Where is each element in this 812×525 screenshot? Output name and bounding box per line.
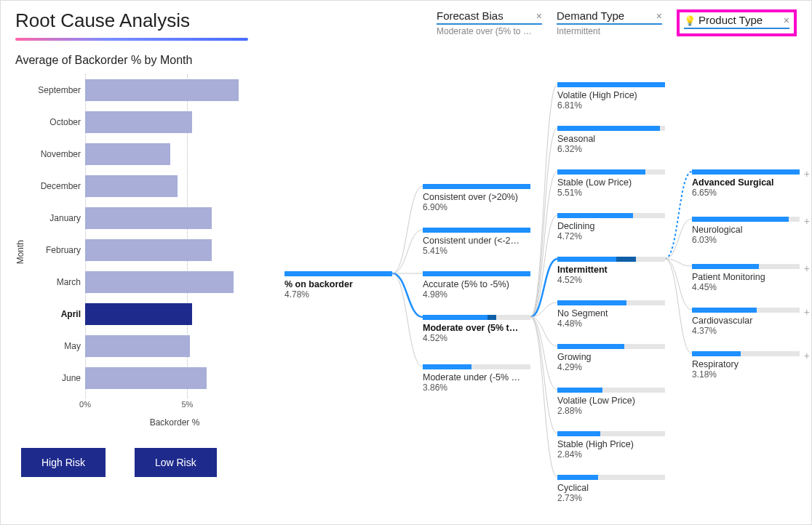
node-value: 6.65% <box>692 188 800 198</box>
tree-node[interactable]: Cyclical2.73% <box>557 475 665 503</box>
bar-label: December <box>28 181 85 191</box>
filter-label: Forecast Bias <box>437 9 503 22</box>
node-label: Seasonal <box>557 134 665 144</box>
tree-node[interactable]: Seasonal6.32% <box>557 126 665 154</box>
tree-node[interactable]: Advanced Surgical6.65%+ <box>692 169 800 198</box>
filter-product-type[interactable]: 💡Product Type × <box>684 14 789 29</box>
node-value: 4.48% <box>557 318 665 329</box>
highlighted-filter: 💡Product Type × <box>677 9 797 36</box>
filter-value: Intermittent <box>557 26 662 36</box>
decomposition-tree[interactable]: Forecast Bias × Moderate over (5% to … D… <box>277 9 797 513</box>
bar-row[interactable]: February <box>28 234 255 266</box>
node-label: Respiratory <box>692 359 800 369</box>
tree-node[interactable]: Accurate (5% to -5%)4.98% <box>423 271 530 300</box>
tree-node[interactable]: Patient Monitoring4.45%+ <box>692 264 800 292</box>
bar-fill <box>85 303 192 325</box>
bar-label: May <box>28 341 85 351</box>
node-label: Moderate over (5% t… <box>423 323 530 333</box>
node-value: 6.81% <box>557 100 665 111</box>
filter-label: Demand Type <box>557 9 624 22</box>
filter-label: Product Type <box>698 14 763 26</box>
node-label: % on backorder <box>284 279 392 289</box>
lightbulb-icon: 💡 <box>684 15 696 26</box>
node-label: Consistent under (<-2… <box>423 236 530 246</box>
tree-node[interactable]: Intermittent4.52% <box>557 257 665 285</box>
node-label: Cyclical <box>557 483 665 493</box>
node-value: 4.78% <box>284 289 392 300</box>
bar-row[interactable]: December <box>28 170 255 202</box>
close-icon[interactable]: × <box>656 10 662 22</box>
bar-label: March <box>28 277 85 287</box>
bar-row[interactable]: May <box>28 330 255 362</box>
node-label: Growing <box>557 352 665 362</box>
bar-fill <box>85 367 207 389</box>
tree-node[interactable]: Consistent under (<-2…5.41% <box>423 228 530 256</box>
bar-label: November <box>28 149 85 159</box>
bar-row[interactable]: June <box>28 362 255 394</box>
node-value: 6.03% <box>692 235 800 245</box>
node-value: 4.37% <box>692 326 800 336</box>
node-label: Volatile (Low Price) <box>557 396 665 406</box>
high-risk-button[interactable]: High Risk <box>21 448 106 477</box>
tree-node[interactable]: Declining4.72% <box>557 213 665 241</box>
bar-label: September <box>28 85 85 95</box>
node-value: 2.73% <box>557 493 665 503</box>
bar-row[interactable]: September <box>28 74 255 106</box>
node-label: Accurate (5% to -5%) <box>423 279 530 289</box>
bar-row[interactable]: March <box>28 266 255 298</box>
bar-chart: Month SeptemberOctoberNovemberDecemberJa… <box>15 74 277 430</box>
bar-row[interactable]: November <box>28 138 255 170</box>
expand-icon[interactable]: + <box>804 306 810 318</box>
bar-label: February <box>28 245 85 255</box>
filter-demand-type[interactable]: Demand Type × Intermittent <box>557 9 662 36</box>
bar-label: January <box>28 213 85 223</box>
expand-icon[interactable]: + <box>804 215 810 227</box>
bar-fill <box>85 143 170 165</box>
tree-node[interactable]: Respiratory3.18%+ <box>692 351 800 380</box>
filter-forecast-bias[interactable]: Forecast Bias × Moderate over (5% to … <box>437 9 542 36</box>
low-risk-button[interactable]: Low Risk <box>135 448 217 477</box>
tree-node[interactable]: Cardiovascular4.37%+ <box>692 308 800 336</box>
expand-icon[interactable]: + <box>804 262 810 274</box>
tree-node[interactable]: Neurological6.03%+ <box>692 217 800 245</box>
bar-fill <box>85 239 212 261</box>
tree-node[interactable]: Growing4.29% <box>557 344 665 372</box>
tree-node[interactable]: Moderate over (5% t…4.52% <box>423 315 530 343</box>
bar-row[interactable]: April <box>28 298 255 330</box>
node-label: Declining <box>557 221 665 231</box>
expand-icon[interactable]: + <box>804 168 810 180</box>
node-label: Patient Monitoring <box>692 272 800 282</box>
node-value: 4.45% <box>692 282 800 292</box>
tree-node[interactable]: No Segment4.48% <box>557 300 665 329</box>
node-label: Cardiovascular <box>692 316 800 326</box>
tree-node[interactable]: % on backorder4.78% <box>284 271 392 300</box>
tree-node[interactable]: Volatile (High Price)6.81% <box>557 82 665 111</box>
page-title: Root Cause Analysis <box>15 9 277 36</box>
tree-node[interactable]: Consistent over (>20%)6.90% <box>423 184 530 212</box>
tree-node[interactable]: Stable (Low Price)5.51% <box>557 169 665 198</box>
node-label: No Segment <box>557 308 665 318</box>
bar-fill <box>85 111 192 133</box>
x-tick: 0% <box>79 400 91 409</box>
filter-value: Moderate over (5% to … <box>437 26 542 36</box>
close-icon[interactable]: × <box>536 10 542 22</box>
bar-row[interactable]: October <box>28 106 255 138</box>
close-icon[interactable]: × <box>784 15 789 26</box>
bar-fill <box>85 271 234 293</box>
tree-node[interactable]: Stable (High Price)2.84% <box>557 431 665 460</box>
title-underline <box>15 38 248 41</box>
node-label: Stable (Low Price) <box>557 177 665 188</box>
node-value: 6.32% <box>557 144 665 154</box>
bar-label: June <box>28 373 85 383</box>
expand-icon[interactable]: + <box>804 350 810 361</box>
node-value: 3.86% <box>423 382 530 393</box>
node-value: 4.72% <box>557 231 665 241</box>
node-label: Moderate under (-5% … <box>423 372 530 382</box>
node-label: Intermittent <box>557 265 665 275</box>
node-label: Stable (High Price) <box>557 439 665 449</box>
tree-node[interactable]: Moderate under (-5% …3.86% <box>423 364 530 393</box>
tree-node[interactable]: Volatile (Low Price)2.88% <box>557 388 665 416</box>
bar-label: April <box>28 309 85 319</box>
bar-row[interactable]: January <box>28 202 255 234</box>
node-value: 4.98% <box>423 289 530 300</box>
